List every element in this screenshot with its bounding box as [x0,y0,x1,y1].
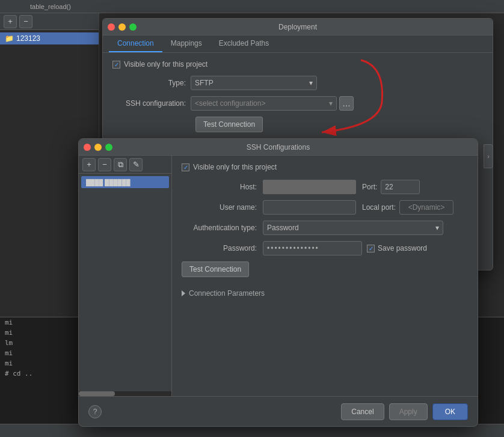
visible-project-row: Visible only for this project [112,60,483,69]
password-input[interactable] [263,241,362,255]
ssh-test-connection-btn[interactable]: Test Connection [182,261,249,277]
remove-icon: − [102,160,107,169]
visible-project-label: Visible only for this project [124,60,207,69]
save-password-label: Save password [378,244,427,252]
ssh-visible-project-row: Visible only for this project [182,163,468,171]
deployment-traffic-lights [108,23,137,31]
tab-mappings[interactable]: Mappings [162,35,211,52]
test-connection-btn[interactable]: Test Connection [195,117,263,132]
scrollbar-thumb[interactable] [79,391,115,396]
add-icon: + [87,160,91,169]
ide-background: table_reload() + − 📁 123123 mi mi lm mi … [0,0,504,437]
folder-icon: 📁 [5,34,14,43]
ssh-traffic-lights [84,144,112,151]
cancel-button[interactable]: Cancel [341,403,384,420]
ssh-right-panel: Visible only for this project Host: Port… [172,156,478,396]
ssh-config-select[interactable]: <select configuration> ▾ [191,96,337,111]
username-row: User name: Local port: <Dynamic> [182,200,468,215]
save-password-row: Save password [367,244,427,252]
sidebar-toolbar: + − [0,13,99,30]
auth-type-label: Authentication type: [182,224,263,232]
sidebar-item-label: 123123 [16,34,40,43]
deployment-tabs: Connection Mappings Excluded Paths [103,35,493,53]
ssh-remove-btn[interactable]: − [98,158,111,171]
ssh-dialog-title: SSH Configurations [247,143,310,151]
type-select[interactable]: SFTP ▾ [191,76,317,90]
ssh-config-label: SSH configuration: [112,99,191,108]
host-label: Host: [182,183,263,191]
ssh-edit-btn[interactable]: ✎ [129,158,143,171]
conn-params-triangle-icon [182,290,185,296]
type-label: Type: [112,79,191,87]
auth-type-chevron-icon: ▾ [435,224,439,232]
sidebar-minus-btn[interactable]: − [19,15,32,28]
local-port-value: <Dynamic> [408,203,445,212]
password-row: Password: Save password [182,241,468,255]
auth-type-row: Authentication type: Password ▾ [182,221,468,235]
test-connection-row: Test Connection [112,117,483,132]
copy-icon: ⧉ [118,160,123,170]
type-row: Type: SFTP ▾ [112,76,483,90]
host-input[interactable] [263,180,356,194]
ssh-tl-maximize[interactable] [105,144,112,151]
ellipsis-icon: … [342,99,351,108]
port-label: Port: [362,183,377,191]
ssh-config-list-item[interactable]: ████ ██████ [81,176,169,188]
ssh-config-chevron-icon: ▾ [329,99,333,108]
question-icon: ? [93,408,97,416]
conn-params-label: Connection Parameters [189,289,265,298]
ssh-config-placeholder: <select configuration> [195,99,265,108]
ssh-body: + − ⧉ ✎ ████ ██████ [79,156,478,396]
username-input[interactable] [263,200,356,215]
tab-connection[interactable]: Connection [109,35,162,52]
ssh-test-connection-row: Test Connection [182,261,468,277]
ssh-add-btn[interactable]: + [82,158,96,171]
tab-excluded-paths[interactable]: Excluded Paths [211,35,277,52]
tl-close[interactable] [108,23,115,31]
ssh-visible-project-label: Visible only for this project [193,163,277,171]
type-chevron-icon: ▾ [309,79,313,87]
password-label: Password: [182,244,263,252]
deployment-title: Deployment [278,23,317,31]
deployment-titlebar: Deployment [103,19,493,35]
ssh-left-panel: + − ⧉ ✎ ████ ██████ [79,156,172,396]
conn-params-row[interactable]: Connection Parameters [182,284,468,302]
local-port-label: Local port: [362,203,396,212]
scrollbar-track [79,391,171,396]
tl-maximize[interactable] [129,23,137,31]
ok-button[interactable]: OK [432,403,468,420]
ssh-left-toolbar: + − ⧉ ✎ [79,156,171,174]
ssh-config-ellipsis-btn[interactable]: … [339,96,354,111]
ssh-tl-minimize[interactable] [94,144,102,151]
host-row: Host: Port: [182,180,468,194]
ssh-config-row: SSH configuration: <select configuration… [112,96,483,111]
help-button[interactable]: ? [88,405,102,418]
ssh-config-list: ████ ██████ [79,174,171,396]
sidebar-add-btn[interactable]: + [4,15,17,28]
local-port-input: <Dynamic> [399,200,453,215]
auth-type-select[interactable]: Password ▾ [263,221,443,235]
ssh-visible-project-checkbox[interactable] [182,163,189,171]
ssh-tl-close[interactable] [84,144,91,151]
type-value: SFTP [195,79,214,87]
visible-project-checkbox[interactable] [112,61,120,69]
ssh-bottom-bar: ? Cancel Apply OK [79,396,478,426]
auth-type-value: Password [267,224,299,232]
ssh-copy-btn[interactable]: ⧉ [114,158,127,171]
save-password-checkbox[interactable] [367,245,375,252]
port-input[interactable] [381,180,420,194]
apply-button[interactable]: Apply [389,403,428,420]
tl-minimize[interactable] [118,23,126,31]
code-bar-text: table_reload() [30,3,71,10]
deployment-content: Visible only for this project Type: SFTP… [103,53,493,139]
ssh-titlebar: SSH Configurations [79,139,478,156]
code-bar: table_reload() [0,0,504,13]
edit-icon: ✎ [133,160,140,169]
ssh-dialog: SSH Configurations + − ⧉ ✎ [78,138,478,427]
ssh-config-item-blurred: ████ ██████ [86,179,131,186]
username-label: User name: [182,203,263,212]
right-edge-btn[interactable]: › [484,144,493,168]
sidebar-item-123123[interactable]: 📁 123123 [0,32,99,44]
